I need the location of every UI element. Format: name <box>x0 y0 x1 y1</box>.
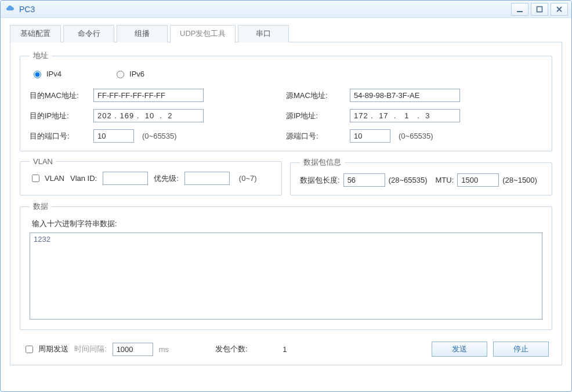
app-window: PC3 基础配置 命令行 组播 UDP发包工具 串口 地址 <box>0 0 572 392</box>
ipv4-radio-label[interactable]: IPv4 <box>31 69 61 78</box>
dest-ip-label: 目的IP地址: <box>30 111 93 121</box>
ipv6-radio[interactable] <box>117 71 124 78</box>
periodic-send-checkbox-label[interactable]: 周期发送 <box>23 344 68 355</box>
window-title: PC3 <box>19 5 509 14</box>
ipv4-text: IPv4 <box>46 70 61 78</box>
dest-ip-input[interactable] <box>93 109 204 122</box>
tab-panel-udp: 地址 IPv4 IPv6 目的MAC地址: <box>10 42 562 365</box>
vlan-id-input[interactable] <box>103 172 148 185</box>
data-hint: 输入十六进制字符串数据: <box>32 219 542 229</box>
packet-count-label: 发包个数: <box>215 344 262 354</box>
tab-udp-tool[interactable]: UDP发包工具 <box>170 25 236 43</box>
packet-info-group: 数据包信息 数据包长度: (28~65535) MTU: (28~1500) <box>290 157 552 195</box>
dest-port-label: 目的端口号: <box>30 131 93 141</box>
address-group: 地址 IPv4 IPv6 目的MAC地址: <box>20 50 552 151</box>
src-ip-input[interactable] <box>350 109 460 122</box>
dest-port-input[interactable] <box>93 129 134 143</box>
periodic-send-checkbox[interactable] <box>26 346 33 353</box>
minimize-button[interactable] <box>511 3 528 16</box>
tab-basic-config[interactable]: 基础配置 <box>10 25 61 42</box>
vlan-checkbox-text: VLAN <box>45 174 64 183</box>
ip-version-row: IPv4 IPv6 <box>30 67 542 82</box>
dest-mac-label: 目的MAC地址: <box>30 90 93 101</box>
mtu-input[interactable] <box>457 173 499 187</box>
vlan-priority-hint: (0~7) <box>239 174 257 183</box>
vlan-group: VLAN VLAN Vlan ID: 优先级: (0~7) <box>20 157 282 195</box>
close-button[interactable] <box>551 3 568 16</box>
vlan-id-label: Vlan ID: <box>70 174 97 183</box>
data-group: 数据 输入十六进制字符串数据: <box>20 201 552 330</box>
interval-input[interactable] <box>113 343 153 356</box>
mtu-hint: (28~1500) <box>502 176 537 184</box>
address-legend: 地址 <box>30 50 52 61</box>
title-bar: PC3 <box>1 1 571 18</box>
tab-multicast[interactable]: 组播 <box>117 25 168 42</box>
stop-button[interactable]: 停止 <box>493 342 549 357</box>
dest-port-hint: (0~65535) <box>142 132 177 140</box>
ipv6-radio-label[interactable]: IPv6 <box>114 69 144 78</box>
tab-cli[interactable]: 命令行 <box>63 25 114 42</box>
packet-length-hint: (28~65535) <box>389 176 428 184</box>
svg-rect-0 <box>517 11 523 12</box>
vlan-checkbox[interactable] <box>32 175 39 182</box>
ipv4-radio[interactable] <box>34 71 41 78</box>
src-port-input[interactable] <box>350 129 390 143</box>
vlan-legend: VLAN <box>30 157 56 166</box>
vlan-priority-input[interactable] <box>184 172 230 185</box>
window-controls <box>509 3 568 16</box>
ipv6-text: IPv6 <box>129 70 144 78</box>
src-mac-label: 源MAC地址: <box>286 90 350 101</box>
packet-info-legend: 数据包信息 <box>300 157 345 168</box>
tab-bar: 基础配置 命令行 组播 UDP发包工具 串口 <box>10 25 562 42</box>
dest-mac-input[interactable] <box>93 89 204 102</box>
interval-unit: ms <box>159 345 169 354</box>
content-area: 基础配置 命令行 组播 UDP发包工具 串口 地址 IPv4 IPv6 <box>1 18 571 391</box>
packet-length-input[interactable] <box>343 173 385 187</box>
vlan-checkbox-label[interactable]: VLAN <box>30 173 64 184</box>
send-button[interactable]: 发送 <box>432 342 487 357</box>
mtu-label: MTU: <box>436 176 454 184</box>
interval-label: 时间间隔: <box>74 344 107 354</box>
maximize-button[interactable] <box>531 3 548 16</box>
vlan-priority-label: 优先级: <box>154 173 179 184</box>
packet-count-value: 1 <box>267 345 302 354</box>
footer-bar: 周期发送 时间间隔: ms 发包个数: 1 发送 停止 <box>20 336 552 357</box>
tab-serial[interactable]: 串口 <box>238 25 289 42</box>
periodic-send-text: 周期发送 <box>38 344 68 354</box>
src-ip-label: 源IP地址: <box>286 111 350 121</box>
packet-length-label: 数据包长度: <box>300 175 340 186</box>
app-icon <box>5 4 16 14</box>
hex-data-textarea[interactable] <box>30 233 542 320</box>
svg-rect-1 <box>537 6 542 12</box>
src-port-label: 源端口号: <box>286 131 350 141</box>
src-mac-input[interactable] <box>350 89 460 102</box>
src-port-hint: (0~65535) <box>399 132 433 140</box>
data-legend: 数据 <box>30 201 52 212</box>
